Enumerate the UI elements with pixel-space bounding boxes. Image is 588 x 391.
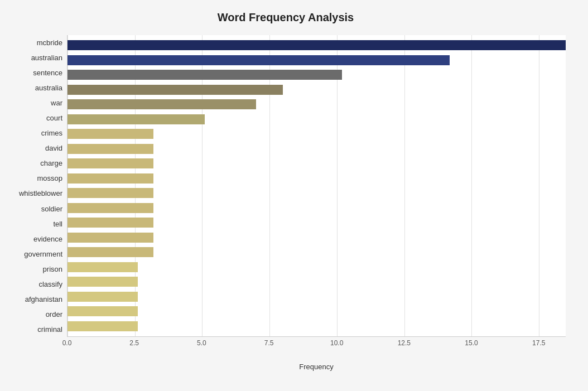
bar-government bbox=[68, 247, 153, 257]
bar-mossop bbox=[68, 173, 153, 184]
y-label: mcbride bbox=[6, 39, 62, 46]
y-label: charge bbox=[6, 160, 62, 167]
x-tick: 15.0 bbox=[465, 339, 478, 347]
bar-row bbox=[68, 247, 566, 258]
y-label: afghanistan bbox=[6, 296, 62, 303]
x-tick: 0.0 bbox=[62, 339, 72, 347]
x-axis: 0.02.55.07.510.012.515.017.5 bbox=[67, 339, 566, 350]
bar-row bbox=[68, 276, 566, 287]
bar-row bbox=[68, 217, 566, 228]
x-tick: 12.5 bbox=[398, 339, 411, 347]
y-label: government bbox=[6, 250, 62, 258]
bar-row bbox=[68, 99, 566, 110]
y-label: evidence bbox=[6, 235, 62, 243]
bar-court bbox=[68, 114, 205, 124]
y-label: soldier bbox=[6, 205, 62, 213]
bar-whistleblower bbox=[68, 188, 153, 198]
bar-row bbox=[68, 128, 566, 139]
bar-crimes bbox=[68, 129, 153, 139]
bar-row bbox=[68, 114, 566, 125]
bar-row bbox=[68, 202, 566, 214]
bar-row bbox=[68, 69, 566, 80]
x-tick: 7.5 bbox=[264, 339, 274, 347]
bar-soldier bbox=[68, 203, 153, 213]
bar-afghanistan bbox=[68, 292, 138, 302]
y-label: whistleblower bbox=[6, 190, 62, 197]
y-label: war bbox=[6, 99, 62, 107]
y-label: tell bbox=[6, 220, 62, 228]
bar-row bbox=[68, 173, 566, 184]
bar-evidence bbox=[68, 233, 153, 243]
y-label: court bbox=[6, 114, 62, 122]
bar-order bbox=[68, 306, 138, 316]
x-tick: 17.5 bbox=[532, 339, 545, 347]
bar-row bbox=[68, 291, 566, 302]
bar-row bbox=[68, 187, 566, 199]
chart-title: Word Frequency Analysis bbox=[6, 11, 566, 24]
y-label: classify bbox=[6, 281, 62, 288]
bar-australia bbox=[68, 85, 283, 95]
bar-classify bbox=[68, 277, 138, 287]
bar-row bbox=[68, 55, 566, 66]
bar-prison bbox=[68, 262, 138, 272]
bar-criminal bbox=[68, 321, 138, 331]
y-label: prison bbox=[6, 266, 62, 273]
bar-row bbox=[68, 84, 566, 95]
plot-area bbox=[67, 35, 566, 337]
bar-row bbox=[68, 232, 566, 243]
bar-david bbox=[68, 144, 153, 154]
bar-sentence bbox=[68, 70, 342, 80]
x-axis-label: Frequency bbox=[67, 363, 566, 371]
bar-row bbox=[68, 306, 566, 317]
y-label: david bbox=[6, 144, 62, 152]
chart-area: mcbrideaustraliansentenceaustraliawarcou… bbox=[6, 35, 566, 337]
y-label: crimes bbox=[6, 129, 62, 137]
bar-row bbox=[68, 158, 566, 169]
x-tick: 5.0 bbox=[197, 339, 206, 347]
bar-charge bbox=[68, 158, 153, 168]
bar-mcbride bbox=[68, 40, 566, 50]
bar-row bbox=[68, 143, 566, 155]
x-tick: 10.0 bbox=[330, 339, 343, 347]
bar-row bbox=[68, 262, 566, 273]
x-tick: 2.5 bbox=[129, 339, 139, 347]
chart-container: Word Frequency Analysis mcbrideaustralia… bbox=[0, 0, 588, 391]
y-label: sentence bbox=[6, 69, 62, 76]
bar-australian bbox=[68, 55, 450, 65]
bar-row bbox=[68, 40, 566, 51]
y-label: order bbox=[6, 311, 62, 318]
bar-row bbox=[68, 321, 566, 332]
bar-war bbox=[68, 99, 256, 109]
y-label: australia bbox=[6, 84, 62, 91]
y-label: criminal bbox=[6, 326, 62, 333]
y-label: mossop bbox=[6, 175, 62, 182]
y-label: australian bbox=[6, 54, 62, 61]
y-labels: mcbrideaustraliansentenceaustraliawarcou… bbox=[6, 35, 67, 337]
bar-tell bbox=[68, 218, 153, 228]
